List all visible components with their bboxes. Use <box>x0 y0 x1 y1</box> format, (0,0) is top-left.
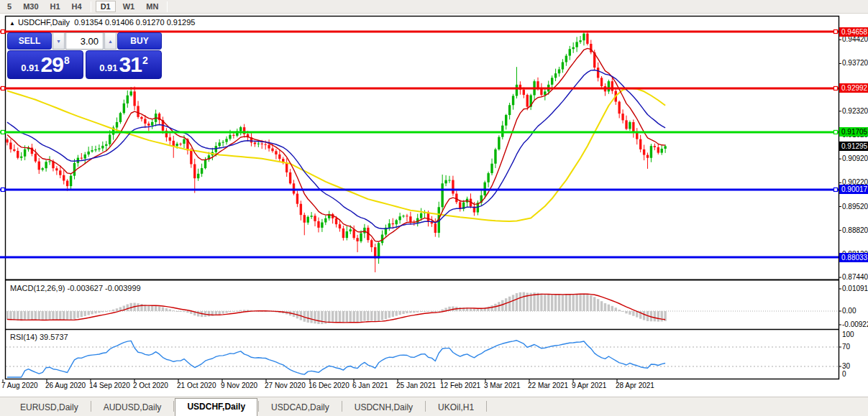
price-tick-label: 0.93720 <box>842 59 868 67</box>
buy-button[interactable]: BUY <box>117 32 162 50</box>
chart-tab-usdchf[interactable]: USDCHF,Daily <box>175 398 257 416</box>
chart-collapse-icon[interactable]: ▲ <box>9 20 15 27</box>
chart-symbol-label: USDCHF,Daily <box>18 18 70 27</box>
date-axis-label: 14 Sep 2020 <box>89 382 130 389</box>
chart-tab-audusd[interactable]: AUDUSD,Daily <box>92 399 173 416</box>
volume-increase-button[interactable]: ▲ <box>104 32 117 50</box>
macd-axis-label: 0.00 <box>842 307 856 315</box>
date-axis-label: 16 Dec 2020 <box>309 382 350 389</box>
rsi-axis-label: 100 <box>842 331 854 338</box>
buy-price-base: 0.91 <box>99 63 117 73</box>
date-axis-label: 28 Apr 2021 <box>616 382 654 389</box>
price-tick-label: 0.89520 <box>842 203 868 211</box>
price-tick-label: 0.90920 <box>842 154 868 162</box>
macd-indicator-label: MACD(12,26,9) -0.003627 -0.003999 <box>10 284 141 292</box>
volume-input[interactable]: 3.00 <box>65 32 104 50</box>
one-click-trading-panel: SELL ▼ 3.00 ▲ BUY 0.91 29 8 0.91 31 2 <box>7 32 162 79</box>
date-axis-label: 26 Aug 2020 <box>45 382 86 389</box>
level-badge: 0.91705 <box>839 127 868 137</box>
tab-separator <box>342 401 342 412</box>
tab-separator <box>173 401 174 412</box>
date-axis-label: 25 Jan 2021 <box>396 382 436 389</box>
price-tick-label: 0.87440 <box>842 273 868 281</box>
sell-price-box[interactable]: 0.91 29 8 <box>7 50 83 79</box>
date-axis-label: 12 Feb 2021 <box>440 382 480 389</box>
date-axis-label: 7 Aug 2020 <box>1 382 38 389</box>
date-axis-label: 9 Apr 2021 <box>572 382 606 389</box>
date-axis-label: 22 Mar 2021 <box>528 382 568 389</box>
level-badge: 0.90017 <box>839 185 868 194</box>
terminal-window: 5M30H1H4D1W1MN ▲USDCHF,Daily 0.91354 0.9… <box>0 0 868 416</box>
buy-price-big: 31 <box>119 54 142 75</box>
date-axis-label: 2 Oct 2020 <box>133 382 168 389</box>
sell-price-base: 0.91 <box>21 63 39 73</box>
level-badge: 0.94658 <box>839 27 868 37</box>
current-price-badge: 0.91295 <box>839 142 868 151</box>
price-tick-label: 0.88820 <box>842 226 868 234</box>
rsi-axis-label: 30 <box>842 362 850 370</box>
level-badge: 0.88033 <box>839 253 868 262</box>
macd-axis-label: 0.010913 <box>842 285 868 292</box>
sell-price-big: 29 <box>41 54 63 75</box>
level-badge: 0.92992 <box>839 83 868 93</box>
chart-tab-usdcad[interactable]: USDCAD,Daily <box>260 399 341 416</box>
price-tick-label: 0.94420 <box>842 35 868 43</box>
tab-separator <box>486 401 487 412</box>
tab-separator <box>91 401 91 412</box>
chart-tab-eurusd[interactable]: EURUSD,Daily <box>9 399 90 416</box>
date-axis-label: 27 Nov 2020 <box>265 382 306 389</box>
volume-decrease-button[interactable]: ▼ <box>52 32 65 50</box>
buy-price-sup: 2 <box>142 55 148 66</box>
chart-title: ▲USDCHF,Daily 0.91354 0.91406 0.91270 0.… <box>9 18 195 27</box>
chart-ohlc-values: 0.91354 0.91406 0.91270 0.91295 <box>74 18 195 27</box>
chart-tab-usdcnh[interactable]: USDCNH,Daily <box>343 399 424 416</box>
sell-button[interactable]: SELL <box>7 32 52 50</box>
date-axis-label: 6 Jan 2021 <box>352 382 388 389</box>
chart-tab-ukoil[interactable]: UKOil,H1 <box>426 399 485 416</box>
date-axis-label: 9 Nov 2020 <box>221 382 257 389</box>
price-tick-label: 0.92320 <box>842 107 868 115</box>
tab-separator <box>258 401 259 412</box>
rsi-axis-label: 0 <box>842 370 846 378</box>
date-axis-label: 21 Oct 2020 <box>177 382 216 389</box>
tab-separator <box>425 401 426 412</box>
macd-axis-label: -0.009225 <box>842 320 868 328</box>
rsi-indicator-label: RSI(14) 39.5737 <box>10 333 68 341</box>
chart-tab-bar: EURUSD,DailyAUDUSD,DailyUSDCHF,DailyUSDC… <box>0 397 868 416</box>
sell-price-sup: 8 <box>64 55 70 66</box>
buy-price-box[interactable]: 0.91 31 2 <box>86 50 162 79</box>
rsi-axis-label: 70 <box>842 343 850 351</box>
date-axis-label: 3 Mar 2021 <box>484 382 521 389</box>
